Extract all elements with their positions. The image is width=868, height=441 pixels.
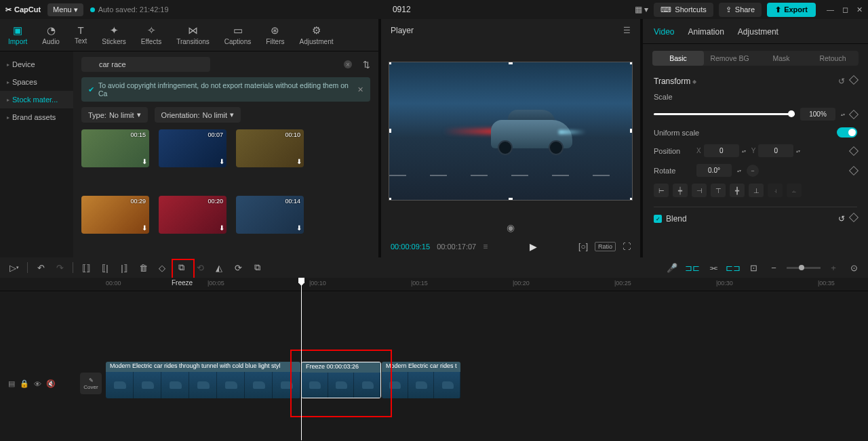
scan-icon[interactable]: [○] bbox=[578, 242, 588, 251]
resize-handle[interactable] bbox=[630, 198, 633, 201]
tab-filters[interactable]: ⊛Filters bbox=[263, 23, 287, 47]
player-menu-icon[interactable]: ☰ bbox=[623, 26, 631, 35]
keyframe-icon[interactable] bbox=[849, 213, 859, 222]
maximize-icon[interactable]: ◻ bbox=[842, 5, 848, 14]
mirror-icon[interactable]: ◭ bbox=[212, 260, 226, 275]
tab-effects[interactable]: ✧Effects bbox=[138, 23, 164, 47]
distribute-h-icon[interactable]: ⫞ bbox=[768, 184, 783, 197]
redo-icon[interactable]: ↷ bbox=[52, 260, 67, 275]
fullscreen-icon[interactable]: ⛶ bbox=[623, 242, 631, 251]
pos-x-stepper[interactable]: ▴▾ bbox=[742, 148, 746, 153]
keyframe-icon[interactable] bbox=[849, 75, 859, 85]
position-x-input[interactable]: 0 bbox=[704, 144, 739, 157]
sort-icon[interactable]: ⇅ bbox=[363, 60, 370, 70]
scale-slider[interactable] bbox=[654, 113, 795, 115]
reset-icon[interactable]: ↺ bbox=[838, 77, 845, 86]
stock-thumb[interactable]: 00:10⬇ bbox=[236, 129, 304, 167]
mic-icon[interactable]: 🎤 bbox=[665, 260, 679, 275]
tab-stickers[interactable]: ✦Stickers bbox=[99, 23, 129, 47]
project-title[interactable]: 0912 bbox=[176, 5, 628, 14]
download-icon[interactable]: ⬇ bbox=[296, 224, 302, 232]
keyframe-icon[interactable] bbox=[849, 146, 859, 155]
track-menu-icon[interactable]: ▤ bbox=[8, 379, 15, 388]
split-right-icon[interactable]: |⟧ bbox=[117, 260, 132, 275]
timeline-ruler[interactable]: 00:00 |00:05 |00:10 |00:15 |00:20 |00:25… bbox=[0, 278, 868, 291]
rotate-dial[interactable]: − bbox=[747, 165, 759, 177]
close-warning-icon[interactable]: ✕ bbox=[357, 85, 363, 93]
shortcuts-button[interactable]: ⌨ Shortcuts bbox=[654, 3, 713, 17]
stock-thumb[interactable]: 00:20⬇ bbox=[159, 196, 226, 234]
tab-audio[interactable]: ◔Audio bbox=[39, 23, 62, 47]
track-mute-icon[interactable]: 🔇 bbox=[46, 379, 56, 388]
distribute-v-icon[interactable]: ⫠ bbox=[787, 184, 802, 197]
download-icon[interactable]: ⬇ bbox=[219, 158, 224, 165]
reset-icon[interactable]: ↺ bbox=[838, 214, 845, 224]
tab-animation[interactable]: Animation bbox=[688, 27, 724, 37]
track-visibility-icon[interactable]: 👁 bbox=[34, 380, 41, 388]
resize-handle[interactable] bbox=[389, 62, 391, 64]
resize-handle[interactable] bbox=[509, 62, 513, 64]
snap-icon[interactable]: ⊏⊐ bbox=[726, 260, 741, 275]
pos-y-stepper[interactable]: ▴▾ bbox=[796, 148, 800, 153]
scale-value[interactable]: 100% bbox=[800, 108, 835, 121]
subtab-retouch[interactable]: Retouch bbox=[807, 51, 859, 66]
clear-search-icon[interactable]: × bbox=[344, 60, 352, 68]
resize-handle[interactable] bbox=[509, 198, 513, 201]
align-right-icon[interactable]: ⊣ bbox=[692, 184, 707, 197]
download-icon[interactable]: ⬇ bbox=[142, 158, 147, 165]
tab-import[interactable]: ▣Import bbox=[5, 23, 30, 47]
resize-handle[interactable] bbox=[389, 198, 391, 201]
ratio-button[interactable]: Ratio bbox=[595, 242, 616, 251]
scale-stepper[interactable]: ▴▾ bbox=[841, 112, 845, 117]
align-center-v-icon[interactable]: ╋ bbox=[730, 184, 745, 197]
tab-text[interactable]: TText bbox=[72, 23, 90, 47]
sidebar-item-spaces[interactable]: ▸Spaces bbox=[0, 73, 73, 91]
sidebar-item-stock[interactable]: ▸Stock mater... bbox=[0, 91, 73, 108]
list-icon[interactable]: ≡ bbox=[483, 242, 488, 251]
timeline-tracks[interactable]: ▤ 🔒 👁 🔇 ✎Cover Modern Electric car rides… bbox=[0, 291, 868, 441]
magnet-on-icon[interactable]: ⊐⊏ bbox=[685, 260, 700, 275]
align-left-icon[interactable]: ⊢ bbox=[654, 184, 669, 197]
split-left-icon[interactable]: ⟦| bbox=[98, 260, 113, 275]
preview-icon[interactable]: ⊡ bbox=[746, 260, 761, 275]
share-button[interactable]: ⇪ Share bbox=[719, 3, 762, 17]
align-top-icon[interactable]: ⊤ bbox=[711, 184, 726, 197]
tab-adjustment-props[interactable]: Adjustment bbox=[738, 27, 778, 37]
align-bottom-icon[interactable]: ⊥ bbox=[749, 184, 764, 197]
rotate-icon[interactable]: ⟳ bbox=[231, 260, 245, 275]
playhead[interactable] bbox=[301, 278, 302, 440]
freeze-button[interactable]: ⧉ Freeze bbox=[174, 260, 189, 275]
stock-thumb[interactable]: 00:14⬇ bbox=[236, 196, 304, 234]
rotate-stepper[interactable]: ▴▾ bbox=[737, 168, 741, 173]
position-y-input[interactable]: 0 bbox=[758, 144, 793, 157]
uniform-scale-toggle[interactable] bbox=[837, 127, 857, 138]
export-button[interactable]: ⬆ Export bbox=[767, 3, 816, 17]
link-icon[interactable]: ⫘ bbox=[705, 260, 720, 275]
stock-thumb[interactable]: 00:29⬇ bbox=[81, 196, 149, 234]
layout-icon[interactable]: ▦ ▾ bbox=[635, 5, 648, 14]
crop-icon[interactable]: ⧉ bbox=[250, 260, 264, 275]
blend-checkbox[interactable]: ✓ bbox=[654, 215, 662, 223]
align-center-h-icon[interactable]: ┿ bbox=[673, 184, 688, 197]
tab-captions[interactable]: ▭Captions bbox=[222, 23, 254, 47]
close-icon[interactable]: ✕ bbox=[856, 5, 863, 14]
minimize-icon[interactable]: — bbox=[827, 5, 834, 14]
search-input[interactable] bbox=[81, 57, 210, 72]
download-icon[interactable]: ⬇ bbox=[219, 224, 224, 232]
stock-thumb[interactable]: 00:15⬇ bbox=[81, 129, 149, 167]
resize-handle[interactable] bbox=[389, 129, 391, 133]
resize-handle[interactable] bbox=[630, 62, 633, 64]
zoom-in-icon[interactable]: + bbox=[826, 260, 841, 275]
video-preview[interactable] bbox=[389, 62, 633, 201]
download-icon[interactable]: ⬇ bbox=[296, 158, 302, 165]
sidebar-item-brand[interactable]: ▸Brand assets bbox=[0, 108, 73, 126]
tab-transitions[interactable]: ⋈Transitions bbox=[174, 23, 212, 47]
zoom-slider[interactable] bbox=[787, 267, 821, 269]
tab-video[interactable]: Video bbox=[654, 27, 674, 37]
marker-icon[interactable]: ◇ bbox=[155, 260, 170, 275]
timeline-clip[interactable]: Modern Electric car rides through tunnel… bbox=[106, 362, 300, 398]
resize-handle[interactable] bbox=[630, 129, 633, 133]
marker-icon[interactable]: ◉ bbox=[507, 222, 515, 233]
rotate-input[interactable]: 0.0° bbox=[696, 164, 732, 177]
tab-adjustment[interactable]: ⚙Adjustment bbox=[296, 23, 336, 47]
